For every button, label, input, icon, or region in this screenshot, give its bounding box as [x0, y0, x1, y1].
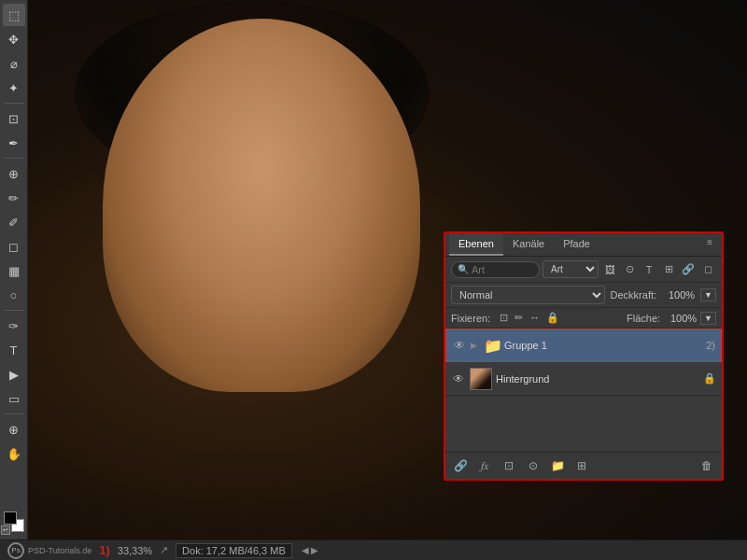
layer-name-gruppe1: Gruppe 1 — [504, 340, 702, 351]
face-shape — [103, 19, 420, 392]
logo-text: PSD-Tutorials.de — [28, 546, 92, 555]
new-group-btn[interactable]: 📁 — [548, 456, 567, 475]
export-icon[interactable]: ↗ — [160, 544, 168, 556]
tool-magic-wand[interactable]: ✦ — [3, 77, 25, 99]
eye-icon-hintergrund[interactable]: 👁 — [451, 372, 466, 385]
tool-pen[interactable]: ✑ — [3, 315, 25, 337]
tool-gradient[interactable]: ▦ — [3, 259, 25, 282]
lock-all-btn[interactable]: 🔒 — [544, 311, 561, 325]
blend-mode-row: Normal Deckkraft: 100% ▼ — [445, 283, 722, 308]
tab-pfade[interactable]: Pfade — [554, 233, 599, 256]
layer-icon-smart[interactable]: 🔗 — [680, 261, 697, 278]
zoom-level: 33,33% — [118, 545, 152, 556]
lock-transparent-btn[interactable]: ⊡ — [498, 311, 510, 325]
tool-text[interactable]: T — [3, 339, 25, 361]
tool-brush[interactable]: ✏ — [3, 187, 25, 209]
layers-bottom-bar: 🔗 𝑓𝑥 ⊡ ⊙ 📁 ⊞ 🗑 — [445, 452, 722, 479]
layers-panel: Ebenen Kanäle Pfade ≡ 🔍 Art 🖼 — [444, 231, 724, 481]
layers-menu-btn[interactable]: ≡ — [701, 233, 718, 256]
tool-zoom[interactable]: ⊕ — [3, 418, 25, 441]
lock-move-btn[interactable]: ↔ — [528, 311, 542, 325]
filter-type-select[interactable]: Art — [543, 260, 599, 278]
tool-move[interactable]: ✥ — [3, 28, 25, 50]
tab-ebenen[interactable]: Ebenen — [449, 233, 503, 256]
adjustment-btn[interactable]: ⊙ — [524, 456, 543, 475]
lock-row: Fixieren: ⊡ ✏ ↔ 🔒 Fläche: 100% ▼ — [445, 308, 722, 329]
marker-1: 1) — [99, 543, 110, 557]
layers-search-box[interactable]: 🔍 — [451, 261, 540, 278]
opacity-label: Deckkraft: — [611, 289, 657, 301]
tabs-spacer — [599, 233, 701, 256]
tool-clone[interactable]: ✐ — [3, 211, 25, 233]
lock-icons: ⊡ ✏ ↔ 🔒 — [498, 311, 561, 325]
main-area: ⬚ ✥ ⌀ ✦ ⊡ ✒ ⊕ ✏ ✐ ◻ ▦ ○ ✑ T ▶ ▭ ⊕ ✋ — [0, 0, 747, 539]
canvas-area: Ebenen Kanäle Pfade ≡ 🔍 Art 🖼 — [28, 0, 747, 539]
layer-icon-adjust[interactable]: ⊙ — [621, 261, 638, 278]
tool-divider-2 — [5, 158, 23, 159]
opacity-arrow-btn[interactable]: ▼ — [700, 288, 716, 301]
layer-icon-filter[interactable]: ◻ — [699, 261, 716, 278]
blend-mode-select[interactable]: Normal — [451, 286, 605, 304]
layer-item-hintergrund[interactable]: 👁 Hintergrund 🔒 — [445, 362, 722, 396]
nav-arrow-left[interactable]: ◀ — [302, 545, 309, 555]
fill-arrow-btn[interactable]: ▼ — [700, 312, 716, 325]
status-bar: Ps PSD-Tutorials.de 1) 33,33% ↗ Dok: 17,… — [0, 539, 747, 560]
fill-value: 100% — [664, 313, 697, 324]
tool-divider-1 — [5, 103, 23, 104]
layer-icon-text[interactable]: T — [641, 261, 657, 278]
layer-name-hintergrund: Hintergrund — [496, 373, 699, 385]
expand-icon-gruppe1[interactable]: ▶ — [471, 341, 480, 350]
new-layer-btn[interactable]: ⊞ — [572, 456, 591, 475]
foreground-color-swatch — [4, 511, 17, 525]
fx-btn[interactable]: 𝑓𝑥 — [475, 456, 494, 475]
status-logo: Ps PSD-Tutorials.de — [7, 542, 92, 559]
group-icon-gruppe1: 📁 — [484, 337, 500, 355]
lock-icon-hintergrund: 🔒 — [703, 372, 716, 385]
layers-tabs: Ebenen Kanäle Pfade ≡ — [445, 233, 722, 257]
link-layers-btn[interactable]: 🔗 — [451, 456, 470, 475]
tool-hand[interactable]: ✋ — [3, 442, 25, 465]
layer-icon-image[interactable]: 🖼 — [601, 261, 618, 278]
tool-eraser[interactable]: ◻ — [3, 235, 25, 258]
delete-layer-btn[interactable]: 🗑 — [698, 456, 716, 475]
fill-label: Fläche: — [627, 313, 660, 324]
layer-thumb-hintergrund — [470, 368, 492, 390]
tool-path-select[interactable]: ▶ — [3, 363, 25, 385]
tool-divider-4 — [5, 413, 23, 414]
tool-shape[interactable]: ▭ — [3, 387, 25, 410]
layer-thumb-img — [471, 369, 491, 389]
app-container: ⬚ ✥ ⌀ ✦ ⊡ ✒ ⊕ ✏ ✐ ◻ ▦ ○ ✑ T ▶ ▭ ⊕ ✋ — [0, 0, 747, 560]
tool-divider-3 — [5, 310, 23, 311]
nav-arrows: ◀ ▶ — [302, 545, 318, 555]
layers-filter-toolbar: 🔍 Art 🖼 ⊙ T ⊞ 🔗 ◻ — [445, 257, 722, 283]
doc-info: Dok: 17,2 MB/46,3 MB — [176, 543, 292, 558]
tool-lasso[interactable]: ⌀ — [3, 52, 25, 75]
tool-crop[interactable]: ⊡ — [3, 107, 25, 130]
layer-icon-shape[interactable]: ⊞ — [660, 261, 677, 278]
tool-eyedropper[interactable]: ✒ — [3, 132, 25, 154]
color-swatches: ↩ — [4, 511, 24, 536]
fixieren-label: Fixieren: — [451, 313, 490, 324]
tab-kanaele[interactable]: Kanäle — [503, 233, 554, 256]
nav-arrow-right[interactable]: ▶ — [311, 545, 318, 555]
tool-dodge[interactable]: ○ — [3, 284, 25, 306]
layer-empty-space — [445, 396, 722, 452]
eye-icon-gruppe1[interactable]: 👁 — [452, 339, 467, 352]
layer-list: 👁 ▶ 📁 Gruppe 1 2) 👁 Hintergrund 🔒 — [445, 329, 722, 452]
tool-heal[interactable]: ⊕ — [3, 162, 25, 185]
left-toolbar: ⬚ ✥ ⌀ ✦ ⊡ ✒ ⊕ ✏ ✐ ◻ ▦ ○ ✑ T ▶ ▭ ⊕ ✋ — [0, 0, 28, 539]
lock-paint-btn[interactable]: ✏ — [513, 311, 525, 325]
layer-item-gruppe1[interactable]: 👁 ▶ 📁 Gruppe 1 2) — [445, 329, 722, 362]
reset-colors-btn[interactable]: ↩ — [1, 525, 10, 535]
search-icon: 🔍 — [458, 264, 469, 274]
logo-circle: Ps — [7, 542, 24, 559]
add-mask-btn[interactable]: ⊡ — [500, 456, 518, 475]
color-swatch-container[interactable]: ↩ — [4, 511, 24, 532]
tool-marquee[interactable]: ⬚ — [3, 4, 25, 26]
layer-number-gruppe1: 2) — [706, 340, 715, 351]
layers-search-input[interactable] — [472, 264, 533, 275]
opacity-value: 100% — [662, 289, 695, 301]
